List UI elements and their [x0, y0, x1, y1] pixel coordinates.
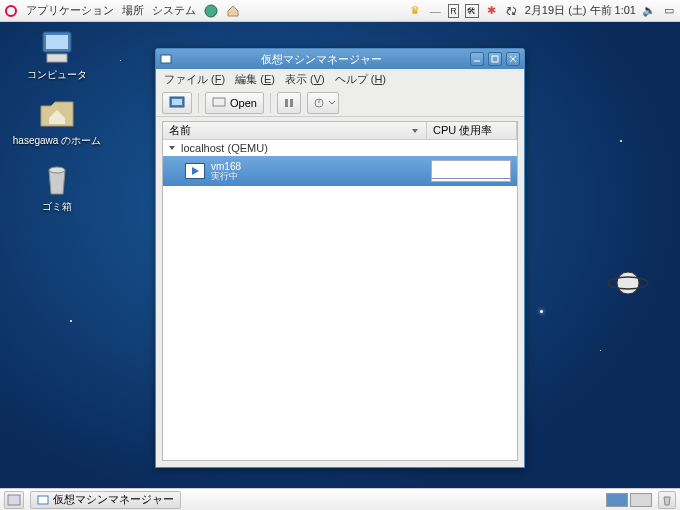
- power-icon: [314, 98, 324, 108]
- menu-applications[interactable]: アプリケーション: [26, 3, 114, 18]
- update-notifier-icon[interactable]: ✱: [485, 4, 499, 18]
- window-title: 仮想マシンマネージャー: [176, 52, 466, 67]
- input-method-icon[interactable]: R: [448, 4, 459, 18]
- titlebar[interactable]: 仮想マシンマネージャー: [156, 49, 524, 69]
- planet-decoration: [606, 270, 650, 296]
- maximize-button[interactable]: [488, 52, 502, 66]
- svg-rect-5: [46, 35, 68, 49]
- system-tray: ♛ — R 🛠 ✱ 🗘 2月19日 (土) 午前 1:01 🔈 ▭: [408, 3, 676, 18]
- vm-running-icon: [185, 163, 205, 179]
- pause-icon: [284, 98, 294, 108]
- desktop-trash[interactable]: ゴミ箱: [37, 162, 77, 214]
- new-vm-button[interactable]: [162, 92, 192, 114]
- shutdown-button[interactable]: [307, 92, 339, 114]
- workspace-1[interactable]: [606, 493, 628, 507]
- task-virt-manager[interactable]: 仮想マシンマネージャー: [30, 491, 181, 509]
- desktop-computer-label: コンピュータ: [27, 68, 87, 82]
- svg-rect-16: [285, 99, 288, 107]
- svg-rect-15: [213, 98, 225, 106]
- window-task-icon: [37, 495, 49, 505]
- toolbar-divider: [270, 93, 271, 113]
- close-button[interactable]: [506, 52, 520, 66]
- browser-launcher-icon[interactable]: [204, 4, 218, 18]
- trash-applet-icon: [661, 494, 673, 506]
- menu-system[interactable]: システム: [152, 3, 196, 18]
- vm-list: 名前 CPU 使用率 localhost (QEMU) vm168 実行中: [162, 121, 518, 461]
- arrow-tray-icon[interactable]: —: [428, 4, 442, 18]
- col-name[interactable]: 名前: [163, 122, 427, 139]
- pause-button[interactable]: [277, 92, 301, 114]
- monitor-new-icon: [169, 96, 185, 110]
- trash-applet[interactable]: [658, 491, 676, 509]
- menu-file[interactable]: ファイル (F): [164, 72, 225, 87]
- menu-edit[interactable]: 編集 (E): [235, 72, 275, 87]
- svg-rect-10: [492, 56, 498, 62]
- vm-name: vm168: [211, 161, 425, 172]
- vm-status: 実行中: [211, 172, 425, 182]
- top-panel: アプリケーション 場所 システム ♛ — R 🛠 ✱ 🗘 2月19日 (土) 午…: [0, 0, 680, 22]
- window-app-icon: [160, 53, 172, 65]
- bottom-taskbar: 仮想マシンマネージャー: [0, 488, 680, 510]
- toolbar-divider: [198, 93, 199, 113]
- trash-icon: [37, 162, 77, 198]
- show-desktop-icon: [7, 494, 21, 506]
- volume-icon[interactable]: 🔈: [642, 4, 656, 18]
- network-icon[interactable]: 🗘: [505, 4, 519, 18]
- workspace-switcher[interactable]: [606, 493, 652, 507]
- svg-point-7: [49, 167, 65, 173]
- virt-manager-window: 仮想マシンマネージャー ファイル (F) 編集 (E) 表示 (V) ヘルプ (…: [155, 48, 525, 468]
- clock[interactable]: 2月19日 (土) 午前 1:01: [525, 3, 636, 18]
- svg-point-0: [617, 272, 639, 294]
- debian-logo-icon: [4, 4, 18, 18]
- open-button[interactable]: Open: [205, 92, 264, 114]
- menu-view[interactable]: 表示 (V): [285, 72, 325, 87]
- crown-tray-icon[interactable]: ♛: [408, 4, 422, 18]
- host-row[interactable]: localhost (QEMU): [163, 140, 517, 156]
- vm-row[interactable]: vm168 実行中: [163, 156, 517, 186]
- home-launcher-icon[interactable]: [226, 4, 240, 18]
- chevron-down-icon: [328, 98, 336, 108]
- desktop-home-label: hasegawa のホーム: [13, 134, 101, 148]
- menubar: ファイル (F) 編集 (E) 表示 (V) ヘルプ (H): [156, 69, 524, 89]
- svg-rect-20: [8, 495, 20, 505]
- svg-rect-21: [38, 496, 48, 504]
- menu-places[interactable]: 場所: [122, 3, 144, 18]
- monitor-tray-icon[interactable]: ▭: [662, 4, 676, 18]
- sort-indicator-icon: [410, 127, 420, 135]
- desktop-icons: コンピュータ hasegawa のホーム ゴミ箱: [12, 30, 102, 214]
- show-desktop-button[interactable]: [4, 491, 24, 509]
- svg-rect-8: [161, 55, 171, 63]
- desktop-home[interactable]: hasegawa のホーム: [13, 96, 101, 148]
- col-cpu[interactable]: CPU 使用率: [427, 122, 517, 139]
- list-header: 名前 CPU 使用率: [163, 122, 517, 140]
- desktop-computer[interactable]: コンピュータ: [27, 30, 87, 82]
- svg-point-3: [205, 5, 217, 17]
- svg-rect-14: [172, 99, 182, 105]
- toolbar: Open: [156, 89, 524, 117]
- host-label: localhost (QEMU): [181, 142, 268, 154]
- monitor-open-icon: [212, 97, 226, 109]
- svg-rect-17: [290, 99, 293, 107]
- workspace-2[interactable]: [630, 493, 652, 507]
- folder-home-icon: [37, 96, 77, 132]
- im-tool-icon[interactable]: 🛠: [465, 4, 479, 18]
- minimize-button[interactable]: [470, 52, 484, 66]
- expander-down-icon[interactable]: [167, 143, 177, 153]
- svg-rect-6: [47, 54, 67, 62]
- menu-help[interactable]: ヘルプ (H): [335, 72, 386, 87]
- computer-icon: [37, 30, 77, 66]
- desktop-trash-label: ゴミ箱: [42, 200, 72, 214]
- svg-point-2: [6, 6, 16, 16]
- cpu-usage-graph: [431, 160, 511, 182]
